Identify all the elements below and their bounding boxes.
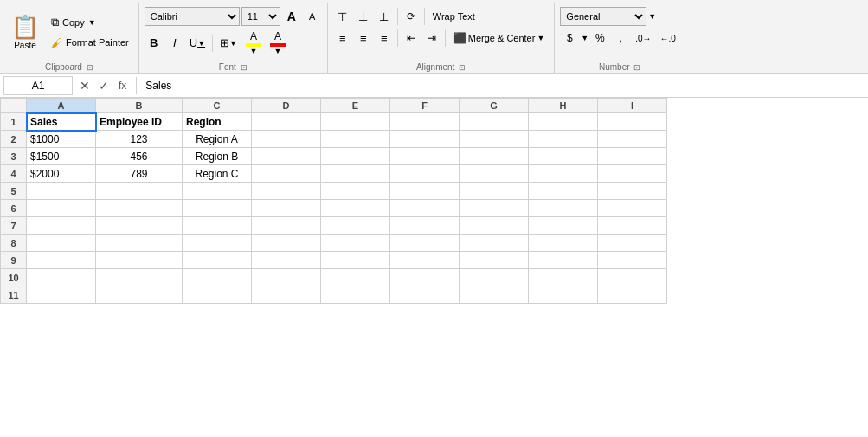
number-format-dropdown[interactable]: ▼ xyxy=(648,12,656,21)
cell-D9[interactable] xyxy=(252,252,321,269)
cell-A3[interactable]: $1500 xyxy=(27,148,96,165)
cell-B4[interactable]: 789 xyxy=(96,165,183,183)
cell-D11[interactable] xyxy=(252,286,321,304)
cell-D4[interactable] xyxy=(252,165,321,183)
cell-E5[interactable] xyxy=(321,183,390,200)
number-dialog-icon[interactable]: ⊡ xyxy=(633,63,640,72)
cell-H9[interactable] xyxy=(529,252,598,269)
font-dialog-icon[interactable]: ⊡ xyxy=(241,63,248,72)
font-size-select[interactable]: 11 xyxy=(241,7,280,26)
cell-C5[interactable] xyxy=(183,183,252,200)
cell-D10[interactable] xyxy=(252,269,321,286)
cell-F3[interactable] xyxy=(390,148,460,165)
align-middle-button[interactable]: ⊥ xyxy=(354,7,373,26)
cell-E9[interactable] xyxy=(321,252,390,269)
cell-C6[interactable] xyxy=(183,200,252,217)
cell-D8[interactable] xyxy=(252,235,321,252)
cell-F6[interactable] xyxy=(390,200,460,217)
cell-H5[interactable] xyxy=(529,183,598,200)
decrease-font-button[interactable]: A xyxy=(303,7,322,26)
cell-A10[interactable] xyxy=(27,269,96,286)
cell-G8[interactable] xyxy=(460,235,529,252)
cell-I3[interactable] xyxy=(598,148,667,165)
confirm-formula-button[interactable]: ✓ xyxy=(95,79,113,93)
cell-G3[interactable] xyxy=(460,148,529,165)
cell-B9[interactable] xyxy=(96,252,183,269)
cell-H10[interactable] xyxy=(529,269,598,286)
cell-A8[interactable] xyxy=(27,235,96,252)
cell-H8[interactable] xyxy=(529,235,598,252)
row-header-2[interactable]: 2 xyxy=(1,131,27,148)
cell-D6[interactable] xyxy=(252,200,321,217)
col-header-g[interactable]: G xyxy=(460,99,529,113)
cell-F4[interactable] xyxy=(390,165,460,183)
font-color-button[interactable]: A ▼ xyxy=(267,29,289,57)
cell-C11[interactable] xyxy=(183,286,252,304)
formula-input[interactable] xyxy=(142,80,865,92)
cell-H1[interactable] xyxy=(529,113,598,131)
cell-reference-box[interactable] xyxy=(3,76,73,95)
cell-D1[interactable] xyxy=(252,113,321,131)
col-header-f[interactable]: F xyxy=(390,99,460,113)
font-color-dropdown[interactable]: ▼ xyxy=(274,47,282,55)
col-header-h[interactable]: H xyxy=(529,99,598,113)
cell-F7[interactable] xyxy=(390,217,460,235)
cell-I10[interactable] xyxy=(598,269,667,286)
cell-C2[interactable]: Region A xyxy=(183,131,252,148)
cancel-formula-button[interactable]: ✕ xyxy=(76,79,93,93)
cell-D2[interactable] xyxy=(252,131,321,148)
cell-F10[interactable] xyxy=(390,269,460,286)
align-right-button[interactable]: ≡ xyxy=(375,29,394,48)
cell-B1[interactable]: Employee ID xyxy=(96,113,183,131)
fill-color-button[interactable]: A ▼ xyxy=(242,29,265,57)
cell-C8[interactable] xyxy=(183,235,252,252)
col-header-e[interactable]: E xyxy=(321,99,390,113)
fill-color-dropdown[interactable]: ▼ xyxy=(250,47,258,55)
row-header-5[interactable]: 5 xyxy=(1,183,27,200)
cell-I6[interactable] xyxy=(598,200,667,217)
cell-A4[interactable]: $2000 xyxy=(27,165,96,183)
row-header-1[interactable]: 1 xyxy=(1,113,27,131)
cell-I11[interactable] xyxy=(598,286,667,304)
cell-I4[interactable] xyxy=(598,165,667,183)
orientation-button[interactable]: ⟳ xyxy=(402,7,421,26)
align-left-button[interactable]: ≡ xyxy=(333,29,352,48)
cell-B7[interactable] xyxy=(96,217,183,235)
cell-D3[interactable] xyxy=(252,148,321,165)
row-header-3[interactable]: 3 xyxy=(1,148,27,165)
underline-button[interactable]: U ▼ xyxy=(186,34,209,53)
cell-C10[interactable] xyxy=(183,269,252,286)
increase-indent-button[interactable]: ⇥ xyxy=(422,29,441,48)
cell-B5[interactable] xyxy=(96,183,183,200)
cell-B8[interactable] xyxy=(96,235,183,252)
cell-A1[interactable]: Sales xyxy=(27,113,96,131)
col-header-a[interactable]: A xyxy=(27,99,96,113)
cell-E8[interactable] xyxy=(321,235,390,252)
cell-A2[interactable]: $1000 xyxy=(27,131,96,148)
cell-I9[interactable] xyxy=(598,252,667,269)
cell-F2[interactable] xyxy=(390,131,460,148)
row-header-7[interactable]: 7 xyxy=(1,217,27,235)
cell-B11[interactable] xyxy=(96,286,183,304)
borders-button[interactable]: ⊞▼ xyxy=(216,34,241,53)
merge-dropdown[interactable]: ▼ xyxy=(537,34,544,42)
cell-A5[interactable] xyxy=(27,183,96,200)
cell-C3[interactable]: Region B xyxy=(183,148,252,165)
merge-center-button[interactable]: ⬛ Merge & Center ▼ xyxy=(449,29,550,47)
alignment-dialog-icon[interactable]: ⊡ xyxy=(459,63,466,72)
accounting-button[interactable]: $ xyxy=(560,29,579,48)
decrease-indent-button[interactable]: ⇤ xyxy=(402,29,421,48)
cell-C7[interactable] xyxy=(183,217,252,235)
cell-D5[interactable] xyxy=(252,183,321,200)
align-bottom-button[interactable]: ⊥ xyxy=(375,7,394,26)
increase-font-button[interactable]: A xyxy=(282,7,301,26)
decrease-decimal-button[interactable]: ←.0 xyxy=(657,29,679,48)
cell-I8[interactable] xyxy=(598,235,667,252)
cell-I2[interactable] xyxy=(598,131,667,148)
cell-B10[interactable] xyxy=(96,269,183,286)
cell-F5[interactable] xyxy=(390,183,460,200)
cell-G4[interactable] xyxy=(460,165,529,183)
cell-G10[interactable] xyxy=(460,269,529,286)
cell-H2[interactable] xyxy=(529,131,598,148)
col-header-i[interactable]: I xyxy=(598,99,667,113)
